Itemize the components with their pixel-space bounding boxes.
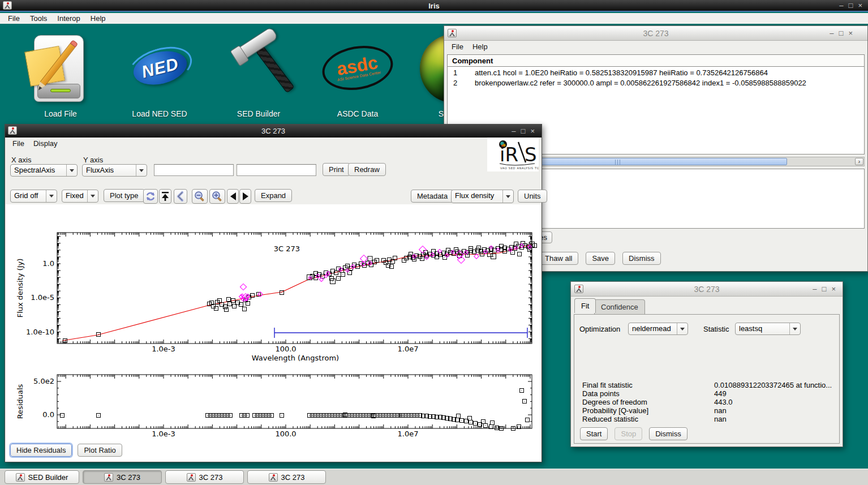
expand-button[interactable]: Expand (255, 189, 292, 202)
zoom-out-icon (194, 190, 206, 203)
plot-menubar: File Display (5, 138, 542, 149)
arrow-left-icon (229, 192, 237, 201)
menu-file[interactable]: File (8, 139, 28, 148)
close-icon[interactable]: × (831, 285, 836, 293)
print-button[interactable]: Print (323, 163, 350, 176)
svg-text:Flux density (Jy): Flux density (Jy) (16, 259, 24, 318)
plot-window-titlebar[interactable]: 3C 273 – □ × (5, 125, 542, 138)
svg-text:1.0e-3: 1.0e-3 (152, 430, 175, 438)
menu-help[interactable]: Help (469, 42, 492, 51)
maximize-icon[interactable]: □ (839, 29, 844, 37)
taskbar: SED Builder 3C 273 3C 273 3C 273 (0, 469, 868, 485)
minimize-icon[interactable]: – (830, 29, 833, 37)
desktop-icon-load-file[interactable]: Load File (18, 34, 103, 118)
dismiss-button[interactable]: Dismiss (622, 252, 661, 265)
window-title: 3C 273 (444, 29, 867, 38)
menu-file[interactable]: File (448, 42, 467, 51)
desktop-icon-sed-builder[interactable]: SED Builder (216, 34, 301, 118)
units-button[interactable]: Units (518, 190, 547, 203)
taskbar-item-3c273[interactable]: 3C 273 (165, 470, 244, 484)
component-text: brokenpowerlaw.c2 refer = 300000.0 ampl … (475, 79, 806, 87)
chevron-down-icon (677, 323, 687, 334)
plot-type-button[interactable]: Plot type (104, 189, 145, 202)
menu-display[interactable]: Display (29, 139, 62, 148)
taskbar-item-sed-builder[interactable]: SED Builder (5, 470, 79, 484)
close-icon[interactable]: × (848, 29, 853, 37)
svg-text:VAO SED ANALYSIS TOOL: VAO SED ANALYSIS TOOL (500, 166, 539, 170)
svg-text:100.0: 100.0 (275, 430, 296, 438)
scrollbar-grip-icon (615, 160, 621, 165)
minimize-icon[interactable]: – (512, 127, 515, 135)
icon-label: Load File (18, 109, 103, 118)
desktop-icon-load-ned-sed[interactable]: NED Load NED SED (117, 34, 202, 118)
flux-select[interactable]: Flux density (451, 190, 514, 203)
dismiss-button[interactable]: Dismiss (649, 427, 687, 440)
close-icon[interactable]: × (530, 127, 535, 135)
x-axis-label: X axis (11, 156, 31, 164)
tab-fit[interactable]: Fit (574, 298, 596, 313)
optimization-select[interactable]: neldermead (628, 323, 688, 335)
chevron-down-icon (789, 323, 800, 334)
hide-residuals-button[interactable]: Hide Residuals (10, 444, 72, 457)
scale-select[interactable]: Fixed (62, 190, 98, 203)
taskbar-item-3c273[interactable]: 3C 273 (247, 470, 326, 484)
refresh-button[interactable] (143, 189, 158, 204)
menu-file[interactable]: File (3, 14, 24, 23)
chevron-down-icon (46, 190, 57, 202)
zoom-out-button[interactable] (192, 189, 208, 204)
window-icon (187, 473, 196, 482)
menu-interop[interactable]: Interop (53, 14, 84, 23)
plot-range-input-1[interactable] (154, 164, 234, 176)
menu-tools[interactable]: Tools (25, 14, 51, 23)
component-window-titlebar[interactable]: 3C 273 – □ × (444, 26, 867, 41)
load-file-icon (24, 34, 97, 105)
chevron-down-icon (66, 165, 77, 176)
maximize-icon[interactable]: □ (521, 127, 526, 135)
back-button[interactable] (174, 189, 187, 204)
minimize-icon[interactable]: – (813, 285, 817, 293)
maximize-icon[interactable]: □ (822, 285, 827, 293)
component-row[interactable]: 2 brokenpowerlaw.c2 refer = 300000.0 amp… (448, 77, 864, 87)
pan-right-button[interactable] (239, 189, 251, 204)
fit-window-titlebar[interactable]: 3C 273 – □ × (571, 282, 843, 297)
pan-left-button[interactable] (227, 189, 239, 204)
tab-confidence[interactable]: Confidence (594, 299, 645, 314)
hammer-icon (222, 34, 295, 105)
statistic-select[interactable]: leastsq (735, 323, 801, 335)
stat-value: 443.0 (714, 398, 836, 406)
main-menubar: File Tools Interop Help (0, 13, 868, 24)
fit-window: 3C 273 – □ × Fit Confidence Optimization… (570, 281, 843, 447)
sed-plot[interactable]: 1.0e-3100.01.0e71.01.0e-51.0e-103C 273Wa… (6, 204, 542, 453)
save-button[interactable]: Save (586, 252, 615, 265)
stat-label: Reduced statistic (582, 415, 638, 423)
thaw-all-button[interactable]: Thaw all (539, 252, 578, 265)
plot-range-input-2[interactable] (237, 164, 316, 176)
svg-text:Residuals: Residuals (16, 384, 24, 419)
asdc-logo-icon: asdc ASI Science Data Center (321, 34, 394, 105)
redraw-button[interactable]: Redraw (348, 163, 386, 176)
taskbar-item-3c273-active[interactable]: 3C 273 (83, 470, 162, 484)
component-row[interactable]: 1 atten.c1 hcol = 1.0E20 heiRatio = 0.58… (448, 67, 864, 77)
statistic-label: Statistic (703, 325, 729, 333)
minimize-icon[interactable]: – (839, 2, 843, 9)
x-axis-select[interactable]: SpectralAxis (10, 164, 78, 177)
svg-text:Wavelength (Angstrom): Wavelength (Angstrom) (252, 354, 339, 362)
svg-text:S: S (525, 143, 537, 166)
maximize-icon[interactable]: □ (849, 2, 853, 9)
grid-select[interactable]: Grid off (10, 190, 57, 203)
start-button[interactable]: Start (580, 427, 608, 440)
metadata-button[interactable]: Metadata (411, 190, 454, 203)
svg-text:1.0e-10: 1.0e-10 (26, 328, 54, 336)
close-icon[interactable]: × (858, 2, 862, 9)
stat-label: Probability [Q-value] (582, 406, 648, 415)
stat-value: nan (714, 406, 836, 415)
plot-ratio-button[interactable]: Plot Ratio (78, 444, 122, 457)
zoom-in-button[interactable] (209, 189, 225, 204)
y-axis-select[interactable]: FluxAxis (82, 164, 147, 177)
scroll-top-button[interactable] (159, 189, 171, 204)
icon-label: SED Builder (216, 109, 301, 118)
menu-help[interactable]: Help (86, 14, 110, 23)
svg-text:1.0: 1.0 (42, 259, 54, 268)
desktop-icon-asdc-data[interactable]: asdc ASI Science Data Center ASDC Data (315, 34, 400, 118)
scrollbar-right-arrow[interactable]: › (855, 158, 863, 165)
